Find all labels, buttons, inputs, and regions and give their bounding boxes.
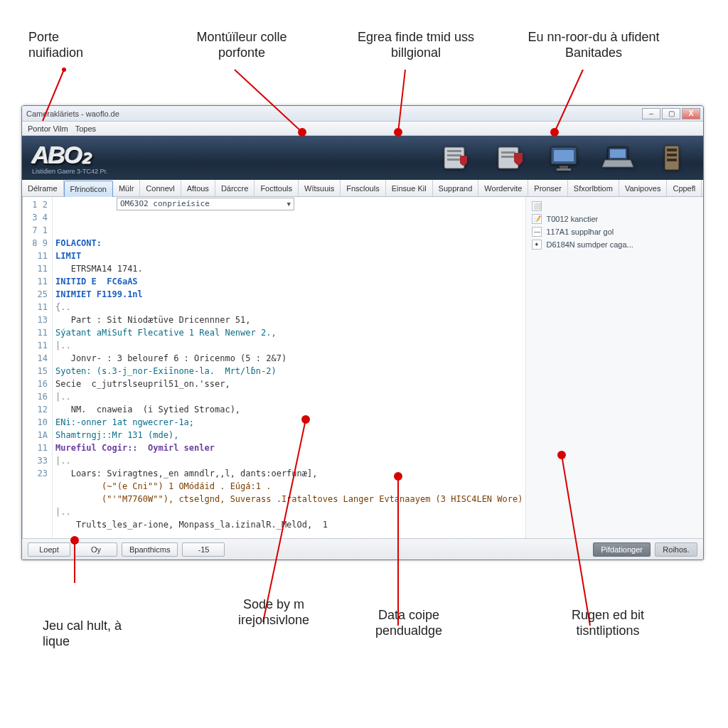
tab-9[interactable]: Einsue Kil: [386, 180, 433, 196]
ann-top-0: Porte nuifiadion: [28, 30, 107, 60]
svg-rect-21: [501, 151, 515, 154]
app-window: Camerakläriets - waoflo.de – ▢ X Pontor …: [21, 105, 704, 560]
svg-rect-26: [557, 168, 571, 171]
svg-rect-32: [667, 159, 677, 161]
ann-bot-0: Jeu cal hult, à lique: [43, 619, 142, 649]
tab-7[interactable]: Wítsuuis: [299, 180, 341, 196]
svg-rect-24: [554, 150, 574, 161]
tab-0[interactable]: Délrame: [22, 180, 64, 196]
laptop-icon[interactable]: [601, 143, 635, 173]
status-left-btn-0[interactable]: Loept: [28, 542, 70, 557]
tab-5[interactable]: Dárccre: [215, 180, 255, 196]
clipboard-shield-icon[interactable]: [439, 143, 473, 173]
status-left-btn-2[interactable]: Bpanthicms: [122, 542, 178, 557]
plus-icon[interactable]: ✦: [532, 240, 542, 250]
menu-item-0[interactable]: Pontor Vilm: [26, 124, 70, 133]
svg-point-1: [63, 68, 65, 71]
svg-rect-17: [447, 150, 461, 152]
tab-13[interactable]: Sfxorlbtiom: [568, 180, 619, 196]
main-tabs: DélrameFfrinoticonMülrConnevlAftousDárcc…: [22, 180, 703, 197]
window-title: Camerakläriets - waoflo.de: [26, 109, 119, 118]
panel-item-2[interactable]: D6184N sumdper caga...: [546, 240, 697, 249]
panel-item-0[interactable]: T0012 kanctier: [546, 215, 697, 223]
tab-4[interactable]: Aftous: [181, 180, 215, 196]
tab-8[interactable]: Fnsclouls: [341, 180, 385, 196]
monitor-icon[interactable]: [547, 143, 581, 173]
app-logo: ABO₂: [32, 141, 108, 169]
ann-top-2: Egrea finde tmid uss billgional: [355, 30, 476, 60]
status-right-btn-0[interactable]: Pifdationger: [593, 542, 651, 557]
right-panel: ⬜ 📝 T0012 kanctier — 117A1 supplhar gol …: [525, 197, 703, 538]
tab-15[interactable]: Cppefl: [667, 180, 702, 196]
status-right-btn-1[interactable]: Roihos.: [655, 542, 697, 557]
panel-toggle-icon[interactable]: ⬜: [532, 201, 542, 211]
app-logo-sub: Listidien Gaere 3-TC42 Pr.: [32, 168, 108, 175]
svg-rect-19: [447, 159, 461, 161]
svg-rect-22: [501, 156, 515, 158]
svg-rect-25: [560, 166, 568, 168]
tab-11[interactable]: Wordervite: [478, 180, 528, 196]
tab-10[interactable]: Supprand: [433, 180, 479, 196]
statusbar: LoeptOyBpanthicms-15 PifdationgerRoihos.: [22, 538, 703, 560]
ann-bot-3: Rugen ed bit tisntliptions: [547, 608, 668, 638]
slider-icon[interactable]: —: [532, 227, 542, 237]
code-gutter: 1 2 3 4 7 1 8 9 11 11 11 25 11 13 11 11 …: [23, 197, 53, 538]
svg-rect-28: [610, 149, 626, 158]
menu-item-1[interactable]: Topes: [74, 124, 97, 133]
tab-14[interactable]: Vanipoves: [619, 180, 668, 196]
svg-rect-30: [667, 149, 677, 151]
ann-top-3: Eu nn-roor-du à ufident Banitades: [519, 30, 668, 60]
code-editor[interactable]: OM63O2 conprieísice▼ FOLACONT:LIMIT ETRS…: [53, 197, 525, 538]
panel-item-1[interactable]: 117A1 supplhar gol: [546, 228, 697, 236]
svg-rect-18: [447, 154, 461, 156]
tab-2[interactable]: Mülr: [113, 180, 140, 196]
tab-3[interactable]: Connevl: [140, 180, 181, 196]
symbol-dropdown[interactable]: OM63O2 conprieísice▼: [117, 198, 294, 210]
tab-12[interactable]: Pronser: [528, 180, 568, 196]
tab-6[interactable]: Focttouls: [255, 180, 299, 196]
minimize-button[interactable]: –: [642, 108, 660, 119]
close-button[interactable]: X: [682, 108, 700, 119]
menubar: Pontor Vilm Topes: [22, 122, 703, 136]
chevron-down-icon: ▼: [287, 198, 291, 210]
status-left-btn-3[interactable]: -15: [182, 542, 225, 557]
ann-top-1: Montúïleur colle porfonte: [185, 30, 299, 60]
ann-bot-1: Sode by m irejonsivlone: [213, 597, 334, 628]
server-icon[interactable]: [655, 143, 689, 173]
note-icon[interactable]: 📝: [532, 214, 542, 224]
ann-bot-2: Data coipe pendualdge: [355, 608, 462, 638]
tab-1[interactable]: Ffrinoticon: [64, 181, 113, 197]
header-strip: ABO₂ Listidien Gaere 3-TC42 Pr.: [22, 136, 703, 180]
svg-rect-31: [667, 154, 677, 156]
clipboard-shield2-icon[interactable]: [493, 143, 527, 173]
content-area: 1 2 3 4 7 1 8 9 11 11 11 25 11 13 11 11 …: [23, 197, 703, 538]
maximize-button[interactable]: ▢: [662, 108, 680, 119]
titlebar: Camerakläriets - waoflo.de – ▢ X: [22, 106, 703, 122]
status-left-btn-1[interactable]: Oy: [75, 542, 117, 557]
